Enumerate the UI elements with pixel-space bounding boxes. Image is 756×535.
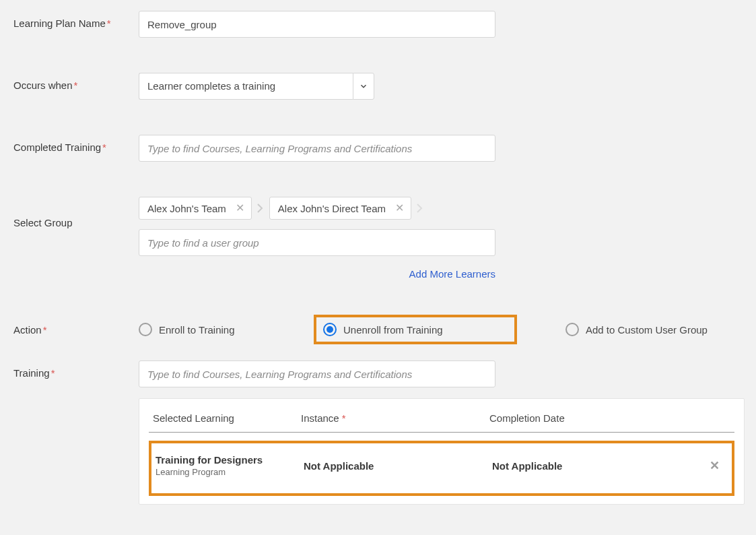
col-instance: Instance*: [301, 412, 489, 424]
action-radio-enroll[interactable]: Enroll to Training: [139, 323, 314, 336]
add-more-learners-link[interactable]: Add More Learners: [139, 268, 495, 280]
occurs-when-label: Occurs when*: [13, 73, 139, 91]
col-completion-date: Completion Date: [489, 412, 703, 424]
group-chips-container: Alex John's Team ✕ Alex John's Direct Te…: [139, 197, 495, 220]
select-group-input[interactable]: [139, 229, 495, 256]
occurs-when-caret[interactable]: [353, 73, 374, 100]
group-chip[interactable]: Alex John's Team ✕: [139, 197, 252, 220]
radio-label: Add to Custom User Group: [586, 324, 708, 336]
selected-learning-panel: Selected Learning Instance* Completion D…: [139, 398, 745, 505]
chip-separator-icon: [256, 203, 265, 213]
radio-label: Enroll to Training: [159, 324, 235, 336]
action-label: Action*: [13, 315, 139, 336]
chip-remove-icon[interactable]: ✕: [394, 201, 405, 215]
training-input[interactable]: [139, 360, 495, 387]
chip-separator-icon: [416, 203, 424, 213]
training-label: Training*: [13, 360, 139, 379]
remove-learning-row-icon[interactable]: ✕: [710, 459, 720, 472]
panel-header-row: Selected Learning Instance* Completion D…: [149, 412, 734, 433]
radio-label: Unenroll from Training: [343, 324, 443, 336]
learning-row-instance: Not Applicable: [304, 460, 374, 472]
highlighted-action: Unenroll from Training: [314, 315, 517, 344]
group-chip[interactable]: Alex John's Direct Team ✕: [269, 197, 411, 220]
chip-remove-icon[interactable]: ✕: [234, 201, 246, 215]
completed-training-input[interactable]: [139, 135, 495, 162]
highlighted-learning-row: Training for Designers Learning Program …: [149, 441, 734, 496]
learning-plan-name-label: Learning Plan Name*: [13, 11, 139, 29]
learning-plan-name-input[interactable]: [139, 11, 495, 38]
radio-icon: [139, 323, 152, 336]
learning-row-title: Training for Designers: [156, 454, 304, 466]
group-chip-label: Alex John's Direct Team: [278, 203, 386, 214]
radio-icon: [565, 323, 579, 336]
radio-icon: [323, 323, 337, 336]
learning-row-completion: Not Applicable: [492, 460, 562, 472]
occurs-when-select[interactable]: Learner completes a training: [139, 73, 353, 100]
col-selected-learning: Selected Learning: [153, 412, 301, 424]
select-group-label: Select Group: [13, 197, 139, 228]
action-radio-unenroll[interactable]: Unenroll from Training: [323, 323, 498, 336]
learning-row-subtitle: Learning Program: [156, 467, 304, 477]
action-radio-add-to-group[interactable]: Add to Custom User Group: [565, 323, 708, 336]
completed-training-label: Completed Training*: [13, 135, 139, 153]
chevron-down-icon: [359, 82, 368, 91]
group-chip-label: Alex John's Team: [147, 203, 226, 214]
